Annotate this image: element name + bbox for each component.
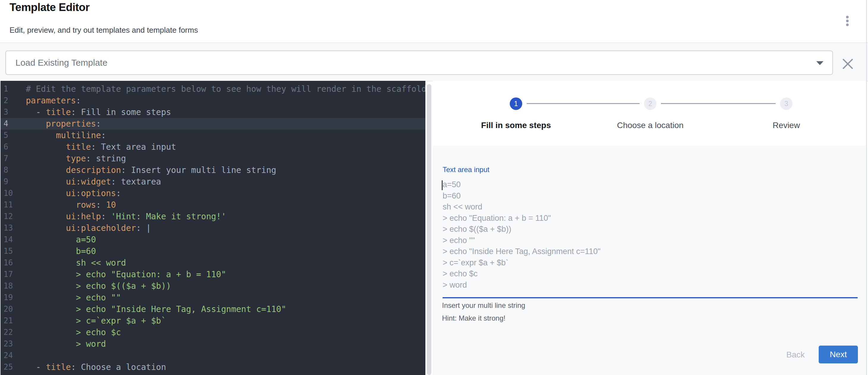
back-button[interactable]: Back (775, 348, 816, 361)
editor-line[interactable]: 2parameters: (1, 95, 425, 106)
editor-line[interactable]: 25 - title: Choose a location (1, 361, 425, 373)
editor-line[interactable]: 10 ui:options: (1, 187, 425, 199)
header: Template Editor Edit, preview, and try o… (0, 0, 866, 42)
code-text: multiline: (26, 130, 106, 141)
multiline-textarea[interactable]: a=50b=60sh << word> echo "Equation: a + … (443, 179, 858, 292)
next-button[interactable]: Next (819, 346, 858, 364)
line-number: 12 (1, 211, 26, 222)
step-2-indicator: 2 (644, 97, 656, 110)
editor-line[interactable]: 5 multiline: (1, 130, 425, 141)
editor-line[interactable]: 12 ui:help: 'Hint: Make it strong!' (1, 211, 425, 222)
line-number: 13 (1, 222, 26, 234)
code-text: sh << word (26, 257, 126, 269)
more-options-button[interactable] (839, 10, 856, 29)
placeholder-line: a=50 (443, 179, 858, 190)
form-step-card: Text area input a=50b=60sh << word> echo… (433, 146, 866, 375)
placeholder-line: > c=`expr $a + $b` (443, 257, 858, 269)
placeholder-line: > echo "Equation: a + b = 110" (443, 213, 858, 224)
line-number: 8 (1, 164, 26, 176)
code-text: parameters: (26, 95, 81, 106)
code-text: - title: Choose a location (26, 361, 166, 373)
line-number: 14 (1, 234, 26, 245)
editor-line[interactable]: 14 a=50 (1, 234, 425, 245)
line-number: 16 (1, 257, 26, 269)
line-number: 23 (1, 338, 26, 350)
editor-line[interactable]: 19 > echo "" (1, 292, 425, 303)
clear-selection-button[interactable] (840, 56, 856, 72)
step-3-label: Review (773, 121, 800, 130)
code-text: > echo "" (26, 292, 121, 303)
placeholder-line: > echo "" (443, 235, 858, 246)
kebab-menu-icon (846, 16, 849, 19)
line-number: 19 (1, 292, 26, 303)
line-number: 6 (1, 141, 26, 153)
editor-line[interactable]: 15 b=60 (1, 245, 425, 257)
code-text: properties: (26, 118, 101, 130)
editor-line[interactable]: 1# Edit the template parameters below to… (1, 83, 425, 95)
code-text: b=60 (26, 245, 96, 257)
load-existing-template-select[interactable]: Load Existing Template (5, 51, 833, 75)
line-number: 4 (1, 118, 26, 130)
textarea-focus-underline (443, 297, 858, 298)
editor-scrollbar[interactable] (427, 84, 431, 375)
editor-line[interactable]: 11 rows: 10 (1, 199, 425, 211)
code-text: description: Insert your multi line stri… (26, 164, 276, 176)
code-text: > echo "Equation: a + b = 110" (26, 269, 226, 280)
placeholder-line: > word (443, 280, 858, 291)
editor-line[interactable]: 6 title: Text area input (1, 141, 425, 153)
editor-line[interactable]: 18 > echo $(($a + $b)) (1, 280, 425, 292)
line-number: 1 (1, 83, 26, 95)
editor-line[interactable]: 3 - title: Fill in some steps (1, 106, 425, 118)
stepper-connector (661, 103, 776, 104)
code-text: rows: 10 (26, 199, 116, 211)
line-number: 25 (1, 361, 26, 373)
step-1-label: Fill in some steps (481, 121, 551, 130)
editor-line[interactable]: 24 (1, 350, 425, 361)
line-number: 15 (1, 245, 26, 257)
text-cursor (442, 180, 443, 190)
field-help-text: Hint: Make it strong! (442, 314, 505, 322)
code-text: ui:widget: textarea (26, 176, 161, 187)
code-text: > echo $(($a + $b)) (26, 280, 171, 292)
template-preview-panel: 1 2 3 Fill in some steps Choose a locati… (433, 81, 866, 375)
line-number: 21 (1, 315, 26, 326)
placeholder-line: > echo "Inside Here Tag, Assignment c=11… (443, 246, 858, 257)
editor-line[interactable]: 9 ui:widget: textarea (1, 176, 425, 187)
placeholder-line: > echo $(($a + $b)) (443, 224, 858, 235)
step-3-indicator: 3 (780, 97, 793, 110)
editor-line[interactable]: 16 sh << word (1, 257, 425, 269)
editor-line[interactable]: 21 > c=`expr $a + $b` (1, 315, 425, 326)
page-right-border (866, 0, 867, 375)
code-text: ui:placeholder: | (26, 222, 151, 234)
code-text: > echo "Inside Here Tag, Assignment c=11… (26, 303, 286, 315)
stepper-connector (527, 103, 640, 104)
yaml-code-editor[interactable]: 1# Edit the template parameters below to… (1, 81, 425, 375)
step-number: 2 (649, 100, 652, 108)
code-text: - title: Fill in some steps (26, 106, 171, 118)
line-number: 3 (1, 106, 26, 118)
chevron-down-icon (816, 61, 824, 65)
code-text: ui:help: 'Hint: Make it strong!' (26, 211, 226, 222)
editor-line[interactable]: 22 > echo $c (1, 326, 425, 338)
template-editor-page: Template Editor Edit, preview, and try o… (0, 0, 868, 375)
placeholder-line: > echo $c (443, 268, 858, 280)
code-text: a=50 (26, 234, 96, 245)
editor-line[interactable]: 13 ui:placeholder: | (1, 222, 425, 234)
textarea-field-label: Text area input (443, 165, 489, 174)
line-number: 24 (1, 350, 26, 361)
code-text: # Edit the template parameters below to … (26, 83, 425, 95)
editor-line[interactable]: 20 > echo "Inside Here Tag, Assignment c… (1, 303, 425, 315)
line-number: 11 (1, 199, 26, 211)
step-1-indicator: 1 (510, 97, 522, 110)
editor-line[interactable]: 7 type: string (1, 153, 425, 164)
line-number: 7 (1, 153, 26, 164)
code-text: > word (26, 338, 106, 350)
select-placeholder: Load Existing Template (16, 51, 107, 74)
line-number: 17 (1, 269, 26, 280)
code-text: > echo $c (26, 326, 121, 338)
editor-line[interactable]: 17 > echo "Equation: a + b = 110" (1, 269, 425, 280)
editor-line[interactable]: 4 properties: (1, 118, 425, 130)
editor-line[interactable]: 23 > word (1, 338, 425, 350)
editor-line[interactable]: 8 description: Insert your multi line st… (1, 164, 425, 176)
step-2-label: Choose a location (617, 121, 684, 130)
